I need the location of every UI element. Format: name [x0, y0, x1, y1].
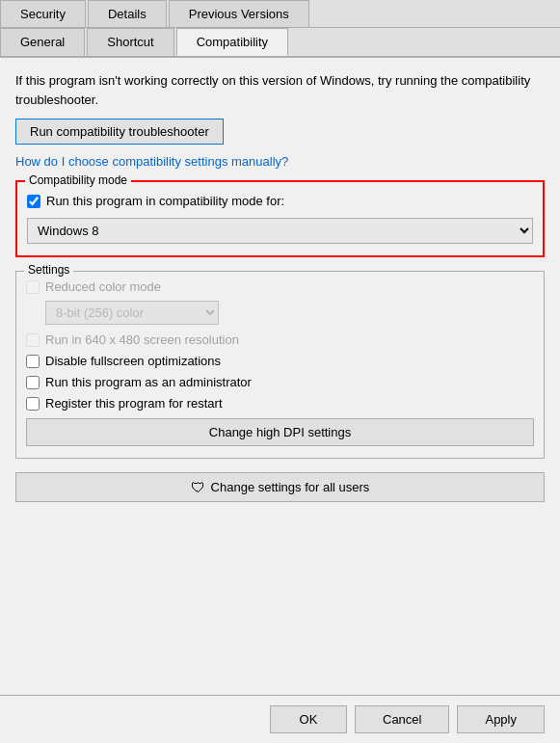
all-users-label: Change settings for all users [211, 480, 370, 494]
resolution-checkbox[interactable] [26, 333, 40, 347]
all-users-button[interactable]: 🛡 Change settings for all users [15, 472, 545, 502]
tab-shortcut[interactable]: Shortcut [87, 28, 173, 56]
run-as-admin-checkbox[interactable] [26, 376, 40, 389]
color-mode-dropdown[interactable]: 8-bit (256) color [45, 301, 219, 325]
register-restart-row: Register this program for restart [26, 396, 534, 411]
tab-general[interactable]: General [0, 28, 85, 56]
compatibility-dropdown-row: Windows XP (Service Pack 2) Windows XP (… [27, 218, 533, 244]
color-dropdown-row: 8-bit (256) color [45, 301, 534, 325]
high-dpi-button[interactable]: Change high DPI settings [26, 418, 534, 446]
compatibility-mode-group: Compatibility mode Run this program in c… [15, 180, 545, 257]
resolution-row: Run in 640 x 480 screen resolution [26, 332, 534, 347]
run-troubleshooter-button[interactable]: Run compatibility troubleshooter [15, 119, 224, 145]
reduced-color-label: Reduced color mode [45, 279, 161, 294]
cancel-button[interactable]: Cancel [355, 705, 449, 733]
fullscreen-optimizations-label: Disable fullscreen optimizations [45, 354, 221, 368]
compatibility-mode-checkbox[interactable] [27, 195, 40, 208]
tab-security[interactable]: Security [0, 0, 86, 27]
window: Security Details Previous Versions Gener… [0, 0, 560, 743]
run-as-admin-label: Run this program as an administrator [45, 375, 252, 389]
tab-compatibility[interactable]: Compatibility [176, 28, 288, 56]
reduced-color-checkbox[interactable] [26, 280, 40, 294]
compatibility-mode-label: Compatibility mode [25, 173, 131, 187]
bottom-bar: OK Cancel Apply [0, 695, 560, 743]
tab-previous-versions[interactable]: Previous Versions [169, 0, 309, 27]
tab-details[interactable]: Details [88, 0, 167, 27]
settings-group-label: Settings [24, 263, 73, 277]
manual-settings-link[interactable]: How do I choose compatibility settings m… [15, 154, 545, 169]
fullscreen-opt-row: Disable fullscreen optimizations [26, 354, 534, 368]
content-area: If this program isn't working correctly … [0, 58, 560, 695]
ok-button[interactable]: OK [270, 705, 347, 733]
reduced-color-row: Reduced color mode [26, 279, 534, 294]
register-restart-checkbox[interactable] [26, 397, 40, 411]
tab-row-2: General Shortcut Compatibility [0, 28, 560, 58]
settings-group: Settings Reduced color mode 8-bit (256) … [15, 271, 545, 459]
shield-icon: 🛡 [191, 479, 205, 495]
resolution-label: Run in 640 x 480 screen resolution [45, 332, 239, 347]
tab-row-1: Security Details Previous Versions [0, 0, 560, 28]
intro-text: If this program isn't working correctly … [15, 71, 545, 109]
apply-button[interactable]: Apply [457, 705, 545, 733]
compatibility-checkbox-row: Run this program in compatibility mode f… [27, 194, 533, 208]
compatibility-mode-checkbox-label: Run this program in compatibility mode f… [46, 194, 284, 208]
register-restart-label: Register this program for restart [45, 396, 223, 411]
compatibility-mode-dropdown[interactable]: Windows XP (Service Pack 2) Windows XP (… [27, 218, 533, 244]
admin-row: Run this program as an administrator [26, 375, 534, 389]
fullscreen-optimizations-checkbox[interactable] [26, 355, 40, 368]
